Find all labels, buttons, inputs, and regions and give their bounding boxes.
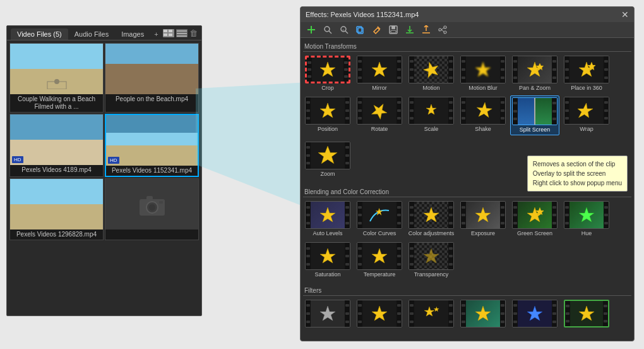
dialog-close-button[interactable]: ✕ xyxy=(621,10,629,19)
toolbar-save-btn[interactable] xyxy=(386,24,400,35)
effect-thumb-filter-6 xyxy=(564,300,609,328)
effect-green-screen[interactable]: Green Screen xyxy=(510,200,559,238)
tab-add[interactable]: + xyxy=(150,28,162,40)
effect-label-pan-zoom: Pan & Zoom xyxy=(519,85,551,92)
svg-marker-37 xyxy=(320,62,335,77)
effect-thumb-temperature xyxy=(357,242,402,270)
svg-marker-58 xyxy=(320,248,335,263)
toolbar-edit-btn[interactable] xyxy=(370,24,384,35)
svg-point-17 xyxy=(325,27,330,32)
effect-hue[interactable]: Hue xyxy=(562,200,611,238)
file-item-4[interactable]: HD Pexels Videos 1152341.mp4 xyxy=(105,114,199,177)
svg-rect-3 xyxy=(169,34,172,36)
svg-marker-52 xyxy=(376,209,383,216)
effect-split-screen[interactable]: Split Screen xyxy=(510,95,559,135)
effect-exposure[interactable]: Exposure xyxy=(458,200,508,238)
dialog-toolbar: + xyxy=(301,22,634,38)
effect-thumb-mirror xyxy=(357,56,402,83)
svg-marker-49 xyxy=(578,103,594,118)
svg-marker-47 xyxy=(426,104,436,114)
grid-icon[interactable] xyxy=(163,29,174,37)
effect-shake[interactable]: Shake xyxy=(458,95,508,135)
svg-line-18 xyxy=(329,31,331,34)
files-grid: Couple Walking on a Beach Filmed with a … xyxy=(7,40,201,243)
toolbar-add-btn[interactable] xyxy=(304,24,318,35)
effect-label-auto-levels: Auto Levels xyxy=(313,230,342,237)
file-item-2[interactable]: People on the Beach.mp4 xyxy=(105,43,199,113)
effect-auto-levels[interactable]: Auto Levels xyxy=(303,200,352,238)
file-label-5: Pexels Videos 1296828.mp4 xyxy=(10,230,103,240)
effect-filter-6[interactable] xyxy=(562,298,611,330)
svg-point-11 xyxy=(149,204,155,211)
effect-thumb-filter-2 xyxy=(357,300,402,328)
effect-label-color-adjustments: Color adjustments xyxy=(408,230,455,237)
effect-filter-2[interactable] xyxy=(355,298,404,330)
effect-saturation[interactable]: Saturation xyxy=(303,241,352,279)
effect-color-adjustments[interactable]: Color adjustments xyxy=(407,200,456,238)
effect-label-mirror: Mirror xyxy=(372,85,387,92)
effect-pan-zoom[interactable]: Pan & Zoom xyxy=(510,54,559,93)
effect-motion[interactable]: Motion xyxy=(407,54,456,93)
effect-temperature[interactable]: Temperature xyxy=(355,241,404,279)
effect-position[interactable]: Position xyxy=(303,95,352,135)
delete-icon[interactable]: 🗑 xyxy=(189,28,198,38)
toolbar-upload-btn[interactable] xyxy=(419,24,433,35)
effect-thumb-pan-zoom xyxy=(512,56,558,83)
thumb-camera xyxy=(105,179,198,230)
svg-rect-27 xyxy=(391,30,396,33)
svg-rect-0 xyxy=(164,30,167,32)
tab-images[interactable]: Images xyxy=(115,28,150,40)
effect-filter-3[interactable] xyxy=(407,298,456,330)
toolbar-download-btn[interactable] xyxy=(403,24,417,35)
toolbar-search2-btn[interactable]: + xyxy=(337,24,351,35)
effect-place-360[interactable]: Place in 360 xyxy=(562,54,611,93)
toolbar-copy-btn[interactable] xyxy=(354,24,367,35)
left-panel: Video Files (5) Audio Files Images + 🗑 C… xyxy=(6,25,202,316)
file-item-camera[interactable] xyxy=(105,178,199,240)
svg-rect-26 xyxy=(391,26,395,29)
tab-bar: Video Files (5) Audio Files Images + 🗑 xyxy=(7,26,201,40)
thumb-1 xyxy=(10,44,103,94)
effect-scale[interactable]: Scale xyxy=(407,95,456,135)
effect-filter-5[interactable] xyxy=(510,298,559,330)
tooltip-line2: Overlay to split the screen xyxy=(533,169,622,178)
blending-grid: Auto Levels Color Curves xyxy=(303,200,631,279)
zoom-beam xyxy=(196,51,309,240)
svg-marker-53 xyxy=(424,207,439,222)
effect-rotate[interactable]: Rotate xyxy=(355,95,404,135)
effect-zoom[interactable]: Zoom xyxy=(303,140,352,179)
effect-thumb-filter-3 xyxy=(408,300,454,328)
effect-thumb-motion xyxy=(408,56,454,83)
dialog-title: Effects: Pexels Videos 1152341.mp4 xyxy=(306,11,419,18)
file-item-1[interactable]: Couple Walking on a Beach Filmed with a … xyxy=(9,43,104,113)
file-item-3[interactable]: HD Pexels Videos 4189.mp4 xyxy=(9,114,104,177)
tab-audio-files[interactable]: Audio Files xyxy=(68,28,115,40)
filters-grid xyxy=(303,298,631,330)
svg-marker-59 xyxy=(372,248,387,263)
effect-label-color-curves: Color Curves xyxy=(363,230,397,237)
section-filters: Filters xyxy=(303,285,631,296)
effect-wrap[interactable]: Wrap xyxy=(562,95,611,135)
dialog-titlebar: Effects: Pexels Videos 1152341.mp4 ✕ xyxy=(301,7,634,22)
toolbar-search1-btn[interactable] xyxy=(321,24,335,35)
svg-rect-12 xyxy=(146,196,153,200)
effect-label-transparency: Transparency xyxy=(414,271,449,278)
toolbar-share-btn[interactable] xyxy=(436,24,450,35)
effect-motion-blur[interactable]: Motion Blur xyxy=(458,54,508,93)
effect-label-motion: Motion xyxy=(422,85,439,92)
effect-thumb-saturation xyxy=(305,242,350,270)
file-item-5[interactable]: Pexels Videos 1296828.mp4 xyxy=(9,178,104,240)
effect-mirror[interactable]: Mirror xyxy=(355,54,404,93)
svg-rect-5 xyxy=(177,33,187,34)
effect-color-curves[interactable]: Color Curves xyxy=(355,200,404,238)
effect-thumb-shake xyxy=(460,97,506,125)
effect-transparency[interactable]: Transparency xyxy=(407,241,456,279)
svg-text:+: + xyxy=(342,28,345,32)
effect-crop[interactable]: Crop xyxy=(303,54,352,93)
list-icon[interactable] xyxy=(176,29,188,37)
svg-marker-54 xyxy=(475,207,491,222)
tab-video-files[interactable]: Video Files (5) xyxy=(11,28,68,40)
effect-filter-4[interactable] xyxy=(458,298,508,330)
svg-line-35 xyxy=(441,28,444,30)
effect-filter-1[interactable] xyxy=(303,298,352,330)
